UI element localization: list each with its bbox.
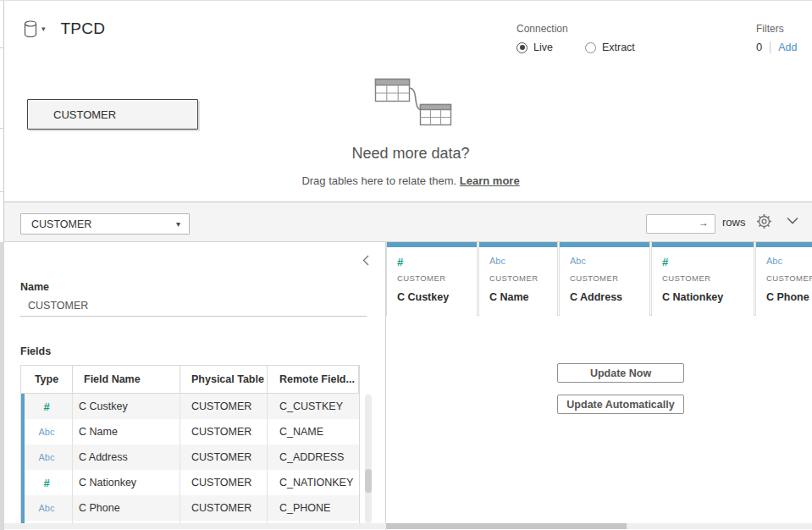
update-automatically-button[interactable]: Update Automatically [557,395,684,414]
rows-label: rows [722,216,745,229]
horizontal-scrollbar[interactable] [4,523,812,529]
rows-count-input[interactable] [646,214,715,234]
connection-live-radio[interactable]: Live [516,41,553,53]
datasource-title[interactable]: TPCD [61,19,106,38]
selected-rows-accent-bar [21,394,25,525]
fields-table: Type Field Name Physical Table Remote Fi… [20,365,360,526]
update-now-button[interactable]: Update Now [557,363,684,383]
fields-table-vertical-scrollbar[interactable] [365,395,372,523]
filters-label: Filters [756,23,797,35]
string-type-icon: Abc [489,256,505,266]
column-header-field-name[interactable]: Field Name [73,366,180,393]
fields-label: Fields [20,345,51,357]
column-accent-bar [479,242,557,247]
column-header-type[interactable]: Type [21,366,73,393]
column-header-physical-table[interactable]: Physical Table [180,366,268,393]
connection-extract-radio[interactable]: Extract [585,41,635,53]
filters-add-link[interactable]: Add [778,41,797,53]
gear-icon[interactable] [756,213,775,232]
database-icon[interactable] [23,20,38,38]
filters-section: Filters 0 Add [756,23,797,53]
table-row[interactable]: Abc C Address CUSTOMER C_ADDRESS [21,444,359,470]
number-type-icon: # [21,470,73,495]
number-type-icon: # [397,256,403,268]
data-source-page: ▾ TPCD Connection Live Extract Filters 0 [0,0,812,530]
number-type-icon: # [662,256,668,268]
data-grid-column-c-nationkey[interactable]: # CUSTOMER C Nationkey [651,242,754,316]
learn-more-link[interactable]: Learn more [460,174,520,187]
string-type-icon: Abc [766,256,782,266]
column-accent-bar [652,242,754,247]
table-select-dropdown[interactable]: CUSTOMER ▾ [20,213,190,235]
scrollbar-thumb[interactable] [365,469,372,493]
table-row[interactable]: Abc C Phone CUSTOMER C_PHONE [21,495,359,521]
collapse-panel-icon[interactable] [362,255,373,267]
canvas-empty-state: Need more data? Drag tables here to rela… [220,77,601,187]
string-type-icon: Abc [21,419,73,444]
column-accent-bar [387,242,477,247]
empty-state-title: Need more data? [220,145,601,163]
collapse-preview-chevron-icon[interactable] [787,217,800,227]
chevron-down-icon: ▾ [176,219,180,229]
radio-unselected-icon [585,42,596,53]
column-accent-bar [560,242,649,247]
table-name-field[interactable]: CUSTOMER [20,295,367,317]
scrollbar-thumb[interactable] [386,523,627,529]
number-type-icon: # [21,394,73,419]
connection-section: Connection Live Extract [516,23,667,53]
relationship-canvas: ▾ TPCD Connection Live Extract Filters 0 [4,1,812,202]
empty-state-hint: Drag tables here to relate them. Learn m… [220,174,601,187]
data-grid-header-row: # CUSTOMER C Custkey Abc CUSTOMER C Name… [386,242,812,316]
data-grid-column-c-address[interactable]: Abc CUSTOMER C Address [559,242,650,316]
string-type-icon: Abc [570,256,586,266]
filters-count: 0 [756,41,762,53]
fields-table-header: Type Field Name Physical Table Remote Fi… [21,366,359,394]
table-row[interactable]: # C Custkey CUSTOMER C_CUSTKEY [21,394,359,419]
divider [770,41,771,53]
related-tables-icon [368,77,453,130]
database-dropdown-caret-icon[interactable]: ▾ [41,25,46,33]
table-row[interactable]: # C Nationkey CUSTOMER C_NATIONKEY [21,470,359,495]
radio-selected-icon [516,42,528,53]
string-type-icon: Abc [21,444,73,470]
connection-label: Connection [516,23,667,35]
data-grid-column-c-name[interactable]: Abc CUSTOMER C Name [478,242,558,316]
table-details-panel: Name CUSTOMER Fields Type Field Name Phy… [4,242,386,530]
table-row[interactable]: Abc C Name CUSTOMER C_NAME [21,419,359,444]
name-label: Name [20,281,49,293]
logical-table-node-customer[interactable]: CUSTOMER [27,99,198,130]
data-grid-column-c-custkey[interactable]: # CUSTOMER C Custkey [386,242,478,316]
data-grid-column-c-phone[interactable]: Abc CUSTOMER C Phone [755,242,812,316]
column-header-remote-field[interactable]: Remote Field... [268,366,359,393]
column-accent-bar [756,242,812,247]
string-type-icon: Abc [21,495,73,521]
data-grid-panel: # CUSTOMER C Custkey Abc CUSTOMER C Name… [386,242,812,530]
preview-toolbar: CUSTOMER ▾ → rows [4,202,812,242]
